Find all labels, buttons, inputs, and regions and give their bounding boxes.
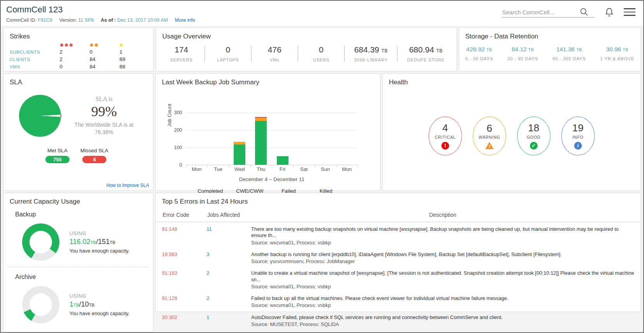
chart-bar-segment-cwe-cww bbox=[234, 142, 245, 145]
metric-value: 0 bbox=[214, 45, 241, 54]
strikes-value: 0 bbox=[60, 64, 90, 70]
metric-0-30-days: 428.92 TB0 - 30 DAYS bbox=[465, 46, 493, 61]
metric-value: 476 bbox=[261, 45, 288, 54]
sla-badge-missed-sla: Missed SLA4 bbox=[80, 148, 108, 163]
sla-panel: SLA SLA is 99% The Worldwide SLA is at 7… bbox=[3, 73, 153, 191]
capacity-gauge bbox=[22, 223, 59, 261]
as-of-label: As of : bbox=[101, 17, 116, 23]
jobs-affected-link[interactable]: 2 bbox=[207, 270, 251, 290]
strikes-row-label[interactable]: CLIENTS bbox=[10, 57, 60, 62]
usage-overview-title: Usage Overview bbox=[156, 28, 457, 40]
chart-x-category: Sun bbox=[315, 166, 336, 172]
metric-90-365-days: 141.36 TB90 - 365 DAYS bbox=[552, 46, 586, 61]
error-code-link[interactable]: 30:302 bbox=[162, 314, 207, 328]
strikes-value: 84 bbox=[90, 56, 120, 62]
sla-badge-value[interactable]: 4 bbox=[82, 156, 106, 163]
sla-badge-value[interactable]: 755 bbox=[45, 156, 69, 163]
header: CommCell 123 CommCell ID: F91C6 Version:… bbox=[1, 1, 643, 26]
metric-label: DEDUPE STORE bbox=[407, 58, 444, 62]
metric-servers: 174SERVERS bbox=[168, 45, 195, 62]
error-table-row: 30:3021AutoDiscover Failed, please check… bbox=[156, 310, 641, 330]
chart-category-slot: Mon bbox=[186, 113, 207, 165]
more-info-link[interactable]: More info bbox=[175, 17, 195, 23]
capacity-section-name: Archive bbox=[15, 274, 147, 281]
improve-sla-link[interactable]: How to Improve SLA bbox=[106, 183, 149, 188]
strikes-value: 2 bbox=[60, 49, 90, 55]
capacity-section-name: Backup bbox=[15, 211, 147, 218]
notifications-bell-icon[interactable] bbox=[604, 7, 614, 17]
health-count: 19 bbox=[572, 122, 583, 134]
metric-label: LAPTOPS bbox=[214, 58, 241, 62]
health-count: 6 bbox=[487, 123, 492, 134]
commcell-id-label: CommCell ID: bbox=[6, 17, 36, 23]
error-code-link[interactable]: 91:148 bbox=[162, 226, 207, 246]
metric-users: 0USERS bbox=[307, 45, 335, 62]
chart-x-category: Thu bbox=[250, 166, 272, 172]
strikes-panel: Strikes SUBCLIENTS201CLIENTS28469VMS0846… bbox=[3, 28, 154, 71]
health-label: GOOD bbox=[527, 135, 540, 139]
search-input[interactable] bbox=[502, 8, 579, 17]
chart-x-category: Fri bbox=[272, 166, 293, 172]
metric-divider bbox=[344, 45, 345, 62]
strikes-value: 69 bbox=[120, 56, 149, 62]
strike-dots-one-strike bbox=[120, 44, 149, 47]
error-table-row: 91:14811There are too many existing back… bbox=[156, 222, 641, 248]
chart-x-category: Mon bbox=[336, 166, 358, 172]
chart-x-category: Wed bbox=[229, 166, 250, 172]
error-code-link[interactable]: 91:163 bbox=[162, 270, 207, 290]
health-circle-good[interactable]: 18GOOD✓ bbox=[517, 117, 550, 155]
storage-retention-panel: Storage - Data Retention 428.92 TB0 - 30… bbox=[459, 28, 641, 71]
chart-category-slot: Wed bbox=[229, 113, 250, 165]
strikes-value: 1 bbox=[120, 49, 149, 55]
chart-bar bbox=[255, 117, 267, 165]
jobs-affected-link[interactable]: 1 bbox=[207, 314, 251, 328]
strikes-value: 84 bbox=[90, 64, 120, 70]
metric-disk-library: 684.39 TBDISK LIBRARY bbox=[354, 45, 388, 62]
error-description-text: Unable to create a virtual machine snaps… bbox=[251, 270, 634, 283]
error-description: Another backup is running for client [er… bbox=[251, 251, 634, 265]
error-code-link[interactable]: 19:583 bbox=[162, 251, 207, 265]
metric-value: 174 bbox=[168, 45, 195, 54]
storage-retention-title: Storage - Data Retention bbox=[459, 28, 641, 40]
metric-dedupe-store: 680.94 TBDEDUPE STORE bbox=[407, 45, 444, 62]
error-code-link[interactable]: 91:129 bbox=[162, 295, 207, 309]
chart-x-tick bbox=[358, 165, 358, 167]
capacity-title: Current Capacity Usage bbox=[3, 193, 153, 206]
page-title: CommCell 123 bbox=[6, 5, 195, 15]
error-source-text: Source: wxcvma01, Process: vsbkp bbox=[251, 284, 634, 290]
metric-laptops: 0LAPTOPS bbox=[214, 45, 241, 62]
metric-label: 1 YR & ABOVE bbox=[600, 56, 634, 61]
strikes-row: CLIENTS28469 bbox=[10, 56, 149, 63]
backup-job-chart: Job Count 0100200300MonTueWedThuFriSatSu… bbox=[156, 92, 380, 178]
metric-value: 84.12 TB bbox=[507, 46, 538, 53]
sla-badge-label: Met SLA bbox=[45, 148, 69, 153]
strikes-row-label[interactable]: SUBCLIENTS bbox=[10, 50, 60, 54]
chart-x-category: Tue bbox=[207, 166, 229, 172]
health-panel: Health 4CRITICAL!6WARNING!18GOOD✓19INFOi bbox=[382, 73, 641, 191]
top-errors-title: Top 5 Errors in Last 24 Hours bbox=[156, 193, 641, 206]
menu-icon[interactable] bbox=[624, 7, 635, 18]
jobs-affected-link[interactable]: 11 bbox=[207, 226, 251, 246]
strike-dot-icon bbox=[65, 44, 68, 47]
jobs-affected-link[interactable]: 2 bbox=[207, 295, 251, 309]
chart-y-axis-label: Job Count bbox=[167, 104, 172, 127]
error-source-text: Source: wxcvma01, Process: vsbkp bbox=[251, 240, 634, 246]
health-circle-info[interactable]: 19INFOi bbox=[561, 117, 595, 155]
capacity-divider bbox=[7, 267, 149, 267]
metric-divider bbox=[298, 45, 298, 62]
header-meta: CommCell ID: F91C6 Version: 11 SP8 As of… bbox=[6, 17, 195, 23]
metric-divider bbox=[205, 45, 205, 62]
health-circle-critical[interactable]: 4CRITICAL! bbox=[429, 117, 462, 155]
search-box bbox=[502, 7, 595, 17]
search-icon[interactable] bbox=[579, 7, 589, 17]
strikes-row-label[interactable]: VMS bbox=[10, 65, 60, 69]
health-circle-warning[interactable]: 6WARNING! bbox=[473, 117, 506, 155]
error-description-text: AutoDiscover Failed, please check if SQL… bbox=[251, 314, 634, 321]
capacity-section-backup: BackupUSING116.02TB/151TBYou have enough… bbox=[3, 206, 153, 261]
error-table-row: 91:1292Failed to back up all the virtual… bbox=[156, 291, 641, 310]
strike-dots-two-strikes bbox=[90, 44, 120, 47]
error-description: Failed to back up all the virtual machin… bbox=[251, 295, 634, 309]
jobs-affected-link[interactable]: 3 bbox=[207, 251, 251, 265]
chart-bar-segment-completed bbox=[255, 121, 267, 165]
chart-x-category: Sat bbox=[293, 166, 314, 172]
